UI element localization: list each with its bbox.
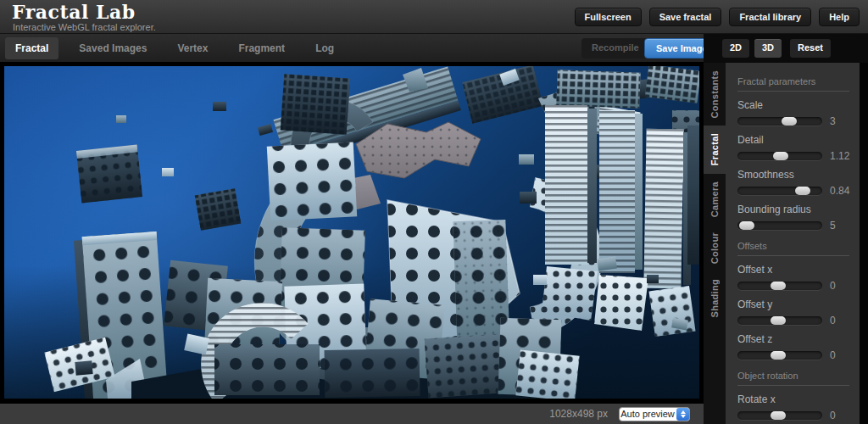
slider-row-offset-y: Offset y0 bbox=[726, 293, 860, 327]
recompile-button[interactable]: Recompile bbox=[581, 38, 649, 59]
rotate-x-slider[interactable] bbox=[737, 411, 822, 420]
slider-line-detail: 1.12 bbox=[737, 150, 860, 162]
fractal-library-button[interactable]: Fractal library bbox=[729, 8, 811, 26]
detail-value: 1.12 bbox=[830, 150, 854, 162]
side-tab-shading[interactable]: Shading bbox=[704, 271, 726, 326]
side-tab-label-camera: Camera bbox=[709, 181, 720, 217]
slider-label-offset-y: Offset y bbox=[737, 298, 860, 310]
side-tab-strip: ConstantsFractalCameraColourShading bbox=[704, 63, 726, 424]
slider-label-smoothness: Smoothness bbox=[737, 169, 860, 181]
fractal-lab-app: Fractal Lab Interactive WebGL fractal ex… bbox=[0, 0, 868, 424]
mode-toolbar: 2D 3D Reset bbox=[704, 34, 868, 63]
slider-line-smoothness: 0.84 bbox=[737, 185, 860, 197]
header-buttons: FullscreenSave fractalFractal libraryHel… bbox=[575, 8, 860, 26]
section-title-fractal-parameters: Fractal parameters bbox=[737, 76, 849, 92]
section-title-offsets: Offsets bbox=[737, 241, 849, 256]
smoothness-slider-thumb[interactable] bbox=[795, 187, 810, 195]
slider-line-offset-z: 0 bbox=[737, 349, 860, 361]
offset-x-value: 0 bbox=[830, 280, 854, 292]
slider-label-bounding-radius: Bounding radius bbox=[737, 204, 860, 215]
app-subtitle: Interactive WebGL fractal explorer. bbox=[13, 22, 156, 32]
slider-line-offset-x: 0 bbox=[737, 280, 860, 292]
side-tab-label-shading: Shading bbox=[709, 279, 720, 318]
side-tab-fractal[interactable]: Fractal bbox=[704, 126, 726, 173]
slider-label-detail: Detail bbox=[737, 134, 860, 146]
side-tab-label-constants: Constants bbox=[709, 70, 720, 118]
preview-mode-value: Auto preview bbox=[620, 409, 676, 419]
save-fractal-button[interactable]: Save fractal bbox=[649, 8, 722, 26]
slider-row-bounding-radius: Bounding radius5 bbox=[726, 198, 860, 232]
side-tab-constants[interactable]: Constants bbox=[704, 63, 726, 126]
slider-row-scale: Scale3 bbox=[726, 93, 860, 128]
bounding-radius-value: 5 bbox=[830, 220, 854, 232]
editor-tabs: FractalSaved ImagesVertexFragmentLog bbox=[5, 34, 354, 63]
tab-bar: FractalSaved ImagesVertexFragmentLog Rec… bbox=[0, 34, 868, 63]
slider-row-rotate-x: Rotate x0 bbox=[726, 388, 860, 422]
fractal-3d-scene bbox=[4, 66, 699, 399]
tab-fractal[interactable]: Fractal bbox=[5, 37, 58, 59]
offset-z-value: 0 bbox=[830, 349, 854, 361]
slider-label-scale: Scale bbox=[737, 99, 860, 111]
smoothness-slider[interactable] bbox=[737, 187, 822, 195]
bounding-radius-slider[interactable] bbox=[737, 221, 822, 230]
tab-log[interactable]: Log bbox=[305, 37, 344, 59]
reset-button[interactable]: Reset bbox=[790, 39, 831, 58]
canvas-dimensions: 1028x498 px bbox=[549, 408, 608, 420]
slider-line-offset-y: 0 bbox=[737, 315, 860, 326]
offset-y-slider[interactable] bbox=[737, 316, 822, 325]
header: Fractal Lab Interactive WebGL fractal ex… bbox=[0, 0, 868, 34]
offset-z-slider[interactable] bbox=[737, 351, 822, 360]
tab-saved-images[interactable]: Saved Images bbox=[69, 37, 157, 59]
side-tab-label-colour: Colour bbox=[709, 232, 720, 264]
fullscreen-button[interactable]: Fullscreen bbox=[575, 8, 642, 26]
offset-y-slider-thumb[interactable] bbox=[771, 316, 786, 325]
slider-line-rotate-x: 0 bbox=[737, 410, 860, 421]
right-edge-strip bbox=[860, 63, 868, 424]
scale-slider[interactable] bbox=[737, 117, 822, 126]
parameter-panel: Fractal parametersScale3Detail1.12Smooth… bbox=[726, 63, 860, 424]
slider-row-smoothness: Smoothness0.84 bbox=[726, 163, 860, 198]
canvas-status-bar: 1028x498 px Auto preview bbox=[0, 404, 704, 424]
slider-row-detail: Detail1.12 bbox=[726, 128, 860, 163]
app-title: Fractal Lab bbox=[12, 1, 136, 23]
select-stepper-icon bbox=[676, 408, 689, 421]
detail-slider[interactable] bbox=[737, 152, 822, 160]
tab-fragment[interactable]: Fragment bbox=[228, 37, 295, 59]
slider-row-offset-z: Offset z0 bbox=[726, 327, 860, 362]
slider-label-rotate-x: Rotate x bbox=[737, 393, 860, 405]
rotate-x-slider-thumb[interactable] bbox=[771, 411, 786, 420]
tab-vertex[interactable]: Vertex bbox=[167, 37, 218, 59]
side-tab-colour[interactable]: Colour bbox=[704, 225, 726, 271]
help-button[interactable]: Help bbox=[819, 8, 860, 26]
slider-label-offset-z: Offset z bbox=[737, 333, 860, 345]
offset-x-slider-thumb[interactable] bbox=[771, 282, 786, 290]
smoothness-value: 0.84 bbox=[830, 185, 854, 197]
offset-x-slider[interactable] bbox=[737, 282, 822, 290]
offset-y-value: 0 bbox=[830, 315, 854, 326]
offset-z-slider-thumb[interactable] bbox=[771, 351, 786, 360]
fractal-viewport[interactable] bbox=[0, 63, 704, 404]
slider-line-bounding-radius: 5 bbox=[737, 220, 860, 232]
side-tab-camera[interactable]: Camera bbox=[704, 174, 726, 225]
preview-mode-select[interactable]: Auto preview bbox=[619, 407, 690, 421]
section-title-object-rotation: Object rotation bbox=[737, 371, 849, 386]
detail-slider-thumb[interactable] bbox=[773, 152, 788, 160]
mode-3d-button[interactable]: 3D bbox=[754, 39, 782, 58]
scale-value: 3 bbox=[830, 115, 854, 127]
scale-slider-thumb[interactable] bbox=[782, 117, 797, 126]
slider-row-offset-x: Offset x0 bbox=[726, 258, 860, 293]
mode-2d-button[interactable]: 2D bbox=[722, 39, 749, 58]
slider-line-scale: 3 bbox=[737, 115, 860, 127]
slider-label-offset-x: Offset x bbox=[737, 264, 860, 276]
bounding-radius-slider-thumb[interactable] bbox=[739, 221, 754, 230]
rotate-x-value: 0 bbox=[830, 410, 854, 421]
side-tab-label-fractal: Fractal bbox=[709, 133, 720, 165]
